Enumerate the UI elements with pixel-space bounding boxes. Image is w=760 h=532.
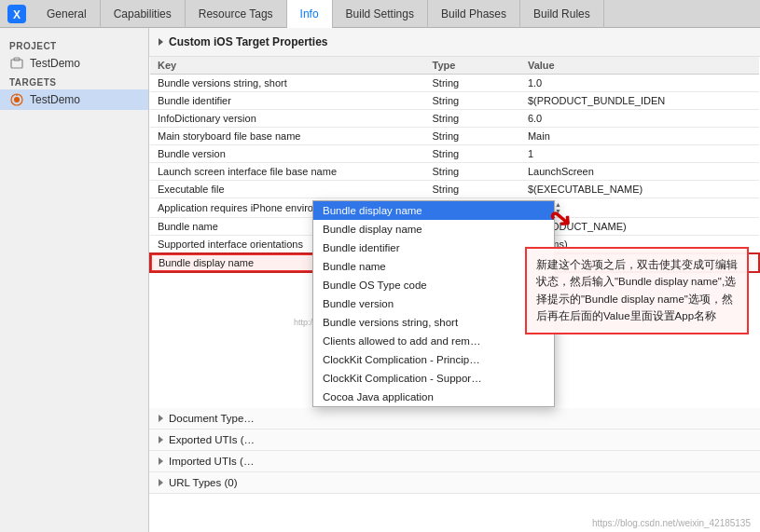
section-url-types[interactable]: URL Types (0) xyxy=(149,472,760,494)
tab-build-rules[interactable]: Build Rules xyxy=(520,0,604,28)
watermark-url: https://blog.csdn.net/weixin_42185135 xyxy=(592,518,751,528)
annotation-box: 新建这个选项之后，双击使其变成可编辑状态，然后输入"Bundle display… xyxy=(525,247,749,334)
table-row: InfoDictionary version String 6.0 xyxy=(150,110,759,128)
value-cell: 1 xyxy=(520,145,759,163)
annotation-text: 新建这个选项之后，双击使其变成可编辑状态，然后输入"Bundle display… xyxy=(536,259,738,321)
suggestion-item[interactable]: Bundle display name xyxy=(313,220,554,239)
table-row: Executable file String $(EXECUTABLE_NAME… xyxy=(150,181,759,198)
type-cell: String xyxy=(424,75,519,92)
suggestion-item[interactable]: Bundle OS Type code xyxy=(313,276,554,294)
table-row: Bundle version String 1 xyxy=(150,145,759,163)
section-exported-utis[interactable]: Exported UTIs (… xyxy=(149,430,760,451)
section-label: Imported UTIs (… xyxy=(169,456,254,467)
suggestion-item[interactable]: Cocoa Java application xyxy=(313,388,554,406)
section-label: URL Types (0) xyxy=(169,477,238,488)
table-row: Main storyboard file base name String Ma… xyxy=(150,128,759,145)
project-label: TestDemo xyxy=(30,57,80,70)
project-icon xyxy=(9,56,24,71)
dropdown-suggestions[interactable]: Bundle display name Bundle display name … xyxy=(312,200,555,407)
key-cell: Executable file xyxy=(150,181,424,198)
value-cell: $(PRODUCT_BUNDLE_IDEN xyxy=(520,92,759,110)
collapse-icon xyxy=(159,479,163,486)
suggestion-item[interactable]: ClockKit Complication - Suppor… xyxy=(313,369,554,388)
table-row: Launch screen interface file base name S… xyxy=(150,163,759,181)
tab-info[interactable]: Info xyxy=(287,0,333,28)
suggestion-item[interactable]: ClockKit Complication - Princip… xyxy=(313,350,554,369)
suggestion-item[interactable]: Bundle versions string, short xyxy=(313,313,554,332)
value-cell: 1.0 xyxy=(520,75,759,92)
table-row: Bundle versions string, short String 1.0 xyxy=(150,75,759,92)
sidebar-target-item[interactable]: TestDemo xyxy=(0,89,148,110)
header-value: Value xyxy=(520,57,759,75)
section-header: Custom iOS Target Properties xyxy=(149,28,760,57)
section-title: Custom iOS Target Properties xyxy=(169,35,327,48)
suggestion-item[interactable]: Bundle identifier xyxy=(313,239,554,257)
value-cell: 6.0 xyxy=(520,110,759,128)
tab-build-phases[interactable]: Build Phases xyxy=(428,0,520,28)
collapse-triangle[interactable] xyxy=(159,38,163,46)
key-cell: InfoDictionary version xyxy=(150,110,424,128)
tab-resource-tags[interactable]: Resource Tags xyxy=(186,0,287,28)
type-cell: String xyxy=(424,181,519,198)
sidebar-project-item[interactable]: TestDemo xyxy=(0,53,148,74)
collapse-icon xyxy=(159,436,163,443)
tab-bar: X General Capabilities Resource Tags Inf… xyxy=(0,0,760,28)
content-area: Custom iOS Target Properties Key Type Va… xyxy=(149,28,760,532)
svg-point-5 xyxy=(14,97,20,102)
xcode-icon: X xyxy=(7,5,26,23)
value-cell: $(EXECUTABLE_NAME) xyxy=(520,181,759,198)
type-cell: String xyxy=(424,110,519,128)
tab-general[interactable]: General xyxy=(34,0,101,28)
table-row: Bundle identifier String $(PRODUCT_BUNDL… xyxy=(150,92,759,110)
collapse-icon xyxy=(159,415,163,422)
value-cell: LaunchScreen xyxy=(520,163,759,181)
tab-capabilities[interactable]: Capabilities xyxy=(101,0,186,28)
section-label: Exported UTIs (… xyxy=(169,434,255,445)
target-label: TestDemo xyxy=(30,93,80,106)
key-cell: Main storyboard file base name xyxy=(150,128,424,145)
tab-build-settings[interactable]: Build Settings xyxy=(333,0,428,28)
key-cell: Bundle versions string, short xyxy=(150,75,424,92)
type-cell: String xyxy=(424,163,519,181)
project-section-header: PROJECT xyxy=(0,37,148,53)
type-cell: String xyxy=(424,92,519,110)
sidebar: PROJECT TestDemo TARGETS TestDemo xyxy=(0,28,149,532)
section-imported-utis[interactable]: Imported UTIs (… xyxy=(149,451,760,472)
section-document-types[interactable]: Document Type… xyxy=(149,408,760,430)
key-cell: Launch screen interface file base name xyxy=(150,163,424,181)
collapse-icon xyxy=(159,457,163,465)
header-type: Type xyxy=(424,57,519,75)
type-cell: String xyxy=(424,128,519,145)
main-layout: PROJECT TestDemo TARGETS TestDemo xyxy=(0,28,760,532)
suggestion-item[interactable]: Bundle display name xyxy=(313,201,554,220)
header-key: Key xyxy=(150,57,424,75)
targets-section-header: TARGETS xyxy=(0,74,148,89)
section-label: Document Type… xyxy=(169,413,255,424)
key-cell: Bundle version xyxy=(150,145,424,163)
key-cell: Bundle identifier xyxy=(150,92,424,110)
value-cell: Main xyxy=(520,128,759,145)
suggestion-item[interactable]: Bundle version xyxy=(313,294,554,313)
suggestion-item[interactable]: Clients allowed to add and rem… xyxy=(313,332,554,350)
svg-text:X: X xyxy=(13,8,21,21)
suggestion-item[interactable]: Bundle name xyxy=(313,257,554,276)
target-icon xyxy=(9,92,24,107)
type-cell: String xyxy=(424,145,519,163)
